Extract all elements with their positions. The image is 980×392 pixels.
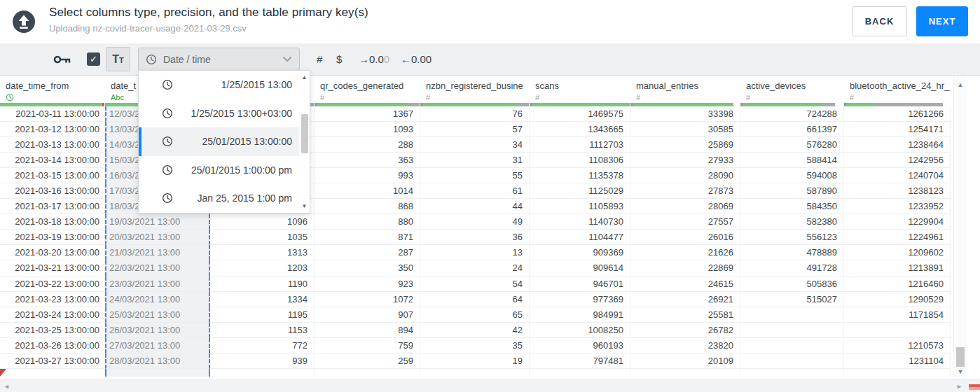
table-cell[interactable]: 23/03/2021 13:00 <box>105 276 210 292</box>
scroll-left-icon[interactable]: ◄ <box>4 380 10 392</box>
table-cell[interactable]: 1231104 <box>844 354 951 369</box>
dropdown-scrollbar[interactable]: ▲ ▼ <box>299 71 310 213</box>
scroll-down-icon[interactable]: ▼ <box>954 368 967 375</box>
primary-key-button[interactable] <box>53 53 71 66</box>
scroll-up-icon[interactable]: ▲ <box>299 74 310 80</box>
table-cell[interactable]: 2021-03-11 13:00:00 <box>0 106 105 122</box>
table-cell[interactable]: 2021-03-13 13:00:00 <box>0 137 105 153</box>
table-cell[interactable]: 22/03/2021 13:00 <box>105 260 210 276</box>
table-cell[interactable] <box>530 369 630 377</box>
table-cell[interactable]: 1108306 <box>530 153 630 168</box>
table-cell[interactable]: 1240704 <box>844 168 951 183</box>
table-cell[interactable]: 582380 <box>740 214 844 230</box>
scroll-right-icon[interactable]: ► <box>956 380 962 392</box>
table-cell[interactable]: 30585 <box>630 122 740 137</box>
column-header-qr_codes_generated[interactable]: qr_codes_generated# <box>315 76 420 106</box>
table-cell[interactable]: 909369 <box>530 245 630 260</box>
table-cell[interactable] <box>740 323 844 338</box>
table-cell[interactable]: 1261266 <box>844 106 951 122</box>
increase-precision-button[interactable]: ←0.00 <box>401 43 432 75</box>
table-cell[interactable]: 35 <box>420 338 530 354</box>
table-cell[interactable]: 556123 <box>740 230 844 245</box>
table-cell[interactable]: 2021-03-26 13:00:00 <box>0 338 105 354</box>
table-cell[interactable]: 76 <box>420 106 530 122</box>
table-cell[interactable]: 1135378 <box>530 168 630 183</box>
table-cell[interactable] <box>105 369 210 377</box>
table-cell[interactable]: 1008250 <box>530 323 630 338</box>
table-cell[interactable]: 363 <box>315 153 420 168</box>
table-cell[interactable]: 1105893 <box>530 199 630 214</box>
table-cell[interactable]: 1112703 <box>530 137 630 153</box>
table-cell[interactable] <box>315 369 420 377</box>
table-cell[interactable]: 26016 <box>630 230 740 245</box>
column-type-select[interactable]: Date / time <box>138 48 300 71</box>
table-cell[interactable]: 1224961 <box>844 230 951 245</box>
integer-type-button[interactable]: # <box>317 43 322 75</box>
table-cell[interactable]: 64 <box>420 292 530 307</box>
table-cell[interactable]: 1210573 <box>844 338 951 354</box>
table-cell[interactable]: 54 <box>420 276 530 292</box>
table-cell[interactable]: 977369 <box>530 292 630 307</box>
table-cell[interactable]: 1254171 <box>844 122 951 137</box>
table-cell[interactable]: 909614 <box>530 260 630 276</box>
table-cell[interactable]: 587890 <box>740 183 844 199</box>
table-cell[interactable]: 1104477 <box>530 230 630 245</box>
table-cell[interactable]: 24615 <box>630 276 740 292</box>
table-cell[interactable]: 1233952 <box>844 199 951 214</box>
table-cell[interactable]: 772 <box>210 338 315 354</box>
table-cell[interactable]: 34 <box>420 137 530 153</box>
table-cell[interactable]: 2021-03-21 13:00:00 <box>0 260 105 276</box>
table-cell[interactable]: 1093 <box>315 122 420 137</box>
table-cell[interactable] <box>630 369 740 377</box>
scroll-down-icon[interactable]: ▼ <box>299 203 310 209</box>
checked-checkbox-button[interactable]: ✓ <box>87 52 100 66</box>
table-cell[interactable]: 61 <box>420 183 530 199</box>
table-cell[interactable]: 1035 <box>210 230 315 245</box>
table-cell[interactable]: 2021-03-23 13:00:00 <box>0 292 105 307</box>
table-cell[interactable]: 24 <box>420 260 530 276</box>
table-cell[interactable]: 55 <box>420 168 530 183</box>
table-cell[interactable]: 594008 <box>740 168 844 183</box>
table-cell[interactable]: 478889 <box>740 245 844 260</box>
table-cell[interactable]: 1072 <box>315 292 420 307</box>
table-cell[interactable]: 24/03/2021 13:00 <box>105 292 210 307</box>
date-format-option[interactable]: 1/25/2015 13:00+03:00 <box>139 99 299 128</box>
table-cell[interactable]: 44 <box>420 199 530 214</box>
table-cell[interactable] <box>740 307 844 323</box>
table-cell[interactable]: 288 <box>315 137 420 153</box>
table-cell[interactable]: 2021-03-17 13:00:00 <box>0 199 105 214</box>
table-cell[interactable]: 1153 <box>210 323 315 338</box>
table-cell[interactable]: 939 <box>210 354 315 369</box>
table-cell[interactable]: 2021-03-19 13:00:00 <box>0 230 105 245</box>
table-cell[interactable]: 65 <box>420 307 530 323</box>
table-cell[interactable]: 2021-03-20 13:00:00 <box>0 245 105 260</box>
table-cell[interactable]: 584350 <box>740 199 844 214</box>
table-cell[interactable]: 26921 <box>630 292 740 307</box>
table-cell[interactable]: 19 <box>420 354 530 369</box>
table-cell[interactable]: 724288 <box>740 106 844 122</box>
table-cell[interactable]: 27/03/2021 13:00 <box>105 338 210 354</box>
table-cell[interactable]: 1313 <box>210 245 315 260</box>
table-cell[interactable]: 2021-03-22 13:00:00 <box>0 276 105 292</box>
table-cell[interactable]: 28/03/2021 13:00 <box>105 354 210 369</box>
next-button[interactable]: NEXT <box>916 6 968 36</box>
table-cell[interactable]: 287 <box>315 245 420 260</box>
table-cell[interactable]: 1238123 <box>844 183 951 199</box>
column-header-bluetooth_active_24_hr_[interactable]: bluetooth_active_24_hr_# <box>844 76 951 106</box>
table-cell[interactable] <box>210 369 315 377</box>
table-cell[interactable]: 350 <box>315 260 420 276</box>
table-cell[interactable] <box>844 369 951 377</box>
table-cell[interactable] <box>740 354 844 369</box>
table-cell[interactable]: 2021-03-14 13:00:00 <box>0 153 105 168</box>
table-cell[interactable]: 1190 <box>210 276 315 292</box>
table-cell[interactable]: 1195 <box>210 307 315 323</box>
table-cell[interactable]: 42 <box>420 323 530 338</box>
table-cell[interactable]: 984991 <box>530 307 630 323</box>
table-cell[interactable] <box>740 338 844 354</box>
table-cell[interactable]: 868 <box>315 199 420 214</box>
table-cell[interactable]: 1229904 <box>844 214 951 230</box>
table-cell[interactable]: 2021-03-18 13:00:00 <box>0 214 105 230</box>
table-cell[interactable] <box>740 369 844 377</box>
table-cell[interactable]: 13 <box>420 245 530 260</box>
table-cell[interactable]: 21626 <box>630 245 740 260</box>
